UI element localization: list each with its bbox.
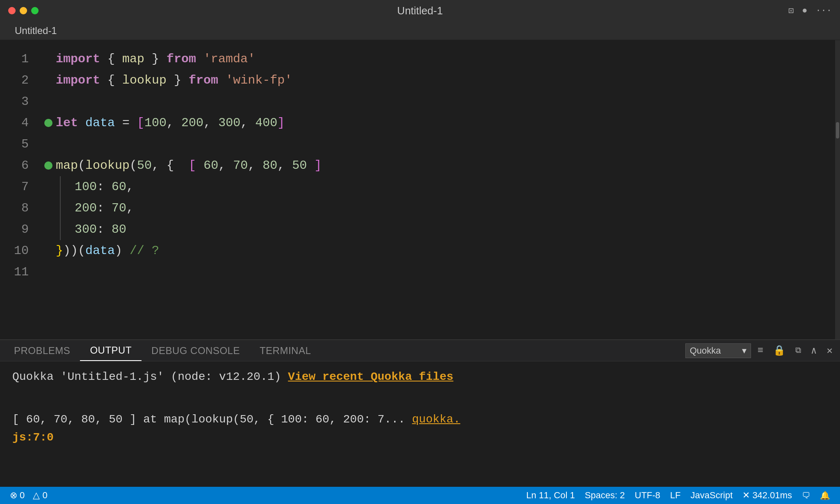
token: ,	[218, 155, 233, 176]
token: 200	[75, 198, 97, 219]
token: }	[56, 240, 63, 261]
error-count[interactable]: ⊗ 0	[10, 490, 25, 501]
token: , {	[152, 155, 189, 176]
breakpoint-6	[41, 161, 56, 170]
tab-problems[interactable]: PROBLEMS	[4, 340, 80, 361]
code-area[interactable]: import { map } from 'ramda' import { loo…	[37, 40, 840, 339]
token: [	[189, 155, 196, 176]
panel-controls: Quokka ▾ ≡ 🔒 ⧉ ∧ ✕	[685, 343, 836, 358]
statusbar-left: ⊗ 0 △ 0	[10, 490, 48, 501]
breakpoint-dot-4	[44, 119, 52, 127]
token: from	[189, 70, 218, 91]
statusbar-right: Ln 11, Col 1 Spaces: 2 UTF-8 LF JavaScri…	[526, 490, 830, 501]
clear-output-icon[interactable]: ≡	[754, 343, 767, 358]
token: 50	[292, 155, 307, 176]
token: :	[97, 198, 112, 219]
output-line-3: [ 60, 70, 80, 50 ] at map(lookup(50, { 1…	[12, 411, 828, 429]
token: ,	[277, 155, 292, 176]
token: 300	[75, 219, 97, 240]
token: ,	[167, 112, 181, 134]
token: ,	[248, 155, 262, 176]
breakpoint-4	[41, 119, 56, 127]
token: :	[97, 219, 112, 240]
code-line-9: 300 : 80	[41, 219, 840, 240]
token: 50	[137, 155, 152, 176]
lock-icon[interactable]: 🔒	[770, 343, 789, 358]
tab-debug-console[interactable]: DEBUG CONSOLE	[142, 340, 250, 361]
warning-count[interactable]: △ 0	[33, 490, 47, 501]
scrollbar-thumb	[836, 122, 839, 138]
token: lookup	[122, 70, 167, 91]
more-actions-icon[interactable]: ···	[815, 6, 832, 16]
token: 100	[75, 176, 97, 198]
scroll-up-icon[interactable]: ∧	[808, 343, 820, 358]
code-line-5	[41, 134, 840, 155]
token: (	[78, 155, 85, 176]
token: 100	[144, 112, 167, 134]
minimize-button[interactable]	[20, 7, 27, 14]
window-title: Untitled-1	[397, 5, 443, 17]
token: ,	[203, 112, 218, 134]
code-line-10: } ))( data ) // ?	[41, 240, 840, 261]
token: let	[56, 112, 78, 134]
token: ]	[314, 155, 322, 176]
language-mode[interactable]: JavaScript	[691, 490, 733, 501]
token: 60	[203, 155, 218, 176]
tab-output[interactable]: OUTPUT	[80, 340, 142, 361]
token: data	[85, 112, 115, 134]
token: 200	[181, 112, 203, 134]
output-source-dropdown[interactable]: Quokka ▾	[685, 343, 751, 358]
token: )	[115, 240, 130, 261]
cursor-position[interactable]: Ln 11, Col 1	[526, 490, 575, 501]
token: (	[130, 155, 137, 176]
token: from	[167, 48, 196, 70]
token: // ?	[130, 240, 159, 261]
titlebar-actions: ⊡ ● ···	[788, 5, 832, 16]
line-ending[interactable]: LF	[670, 490, 681, 501]
token: }	[144, 48, 167, 70]
copy-icon[interactable]: ⧉	[792, 344, 804, 357]
close-panel-icon[interactable]: ✕	[824, 343, 836, 358]
token	[78, 112, 85, 134]
maximize-button[interactable]	[31, 7, 39, 14]
panel-content: Quokka 'Untitled-1.js' (node: v12.20.1) …	[0, 361, 840, 487]
notifications-icon[interactable]: 🔔	[820, 490, 830, 500]
tab-untitled[interactable]: Untitled-1	[7, 25, 65, 36]
token: 400	[255, 112, 277, 134]
token: 'wink-fp'	[226, 70, 292, 91]
token: {	[100, 48, 122, 70]
indentation[interactable]: Spaces: 2	[585, 490, 625, 501]
close-button[interactable]	[8, 7, 16, 14]
timing: ✕ 342.01ms	[742, 490, 792, 501]
chevron-down-icon: ▾	[742, 345, 746, 356]
token: :	[97, 176, 112, 198]
token: import	[56, 70, 100, 91]
token: 80	[262, 155, 277, 176]
output-link-1[interactable]: View recent Quokka files	[288, 370, 453, 383]
code-line-8: 200 : 70 ,	[41, 198, 840, 219]
token: map	[122, 48, 144, 70]
token: ,	[126, 176, 134, 198]
token: ,	[240, 112, 255, 134]
feedback-icon[interactable]: 🗨	[802, 491, 810, 500]
code-line-6: map ( lookup ( 50 , { [ 60 , 70 , 80 , 5…	[41, 155, 840, 176]
token: import	[56, 48, 100, 70]
token	[196, 48, 203, 70]
encoding[interactable]: UTF-8	[635, 490, 660, 501]
dot-icon: ●	[802, 6, 807, 16]
output-link-3[interactable]: quokka.	[412, 413, 461, 426]
scrollbar[interactable]	[835, 40, 840, 339]
statusbar: ⊗ 0 △ 0 Ln 11, Col 1 Spaces: 2 UTF-8 LF …	[0, 487, 840, 504]
token: =	[115, 112, 137, 134]
token: data	[85, 240, 115, 261]
tab-terminal[interactable]: TERMINAL	[250, 340, 321, 361]
token: 'ramda'	[203, 48, 255, 70]
code-line-3	[41, 91, 840, 112]
code-line-7: 100 : 60 ,	[41, 176, 840, 198]
output-line-4: js:7:0	[12, 429, 828, 447]
output-static-3: [ 60, 70, 80, 50 ] at map(lookup(50, { 1…	[12, 413, 412, 426]
split-editor-icon[interactable]: ⊡	[788, 5, 794, 16]
token: 60	[112, 176, 126, 198]
line-numbers: 1 2 3 4 5 6 7 8 9 10 11	[0, 40, 37, 339]
token: lookup	[85, 155, 130, 176]
